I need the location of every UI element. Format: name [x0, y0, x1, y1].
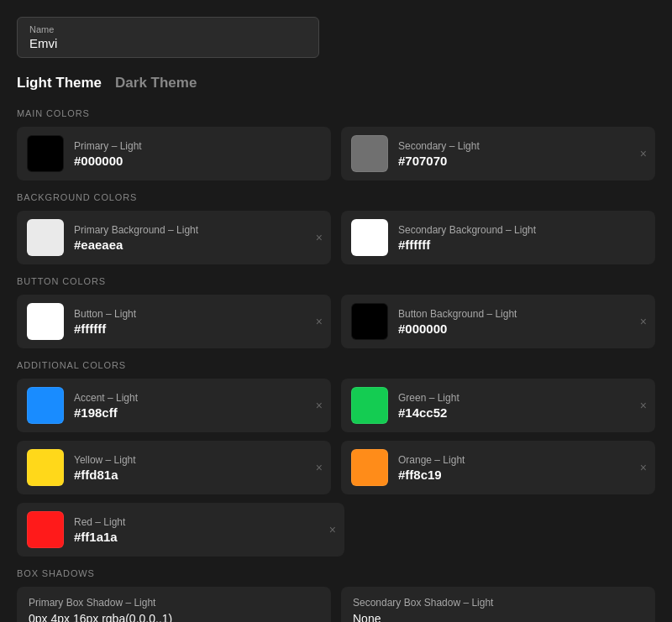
accent-light-hex: #198cff	[74, 405, 138, 420]
button-bg-name: Button Background – Light	[398, 308, 517, 320]
orange-light-swatch	[351, 449, 388, 486]
accent-light-close[interactable]: ×	[316, 400, 323, 411]
primary-light-swatch	[27, 135, 64, 172]
secondary-light-info: Secondary – Light #707070	[398, 140, 480, 168]
name-label: Name	[29, 24, 307, 34]
orange-light-hex: #ff8c19	[398, 468, 465, 482]
red-light-hex: #ff1a1a	[74, 530, 125, 544]
accent-light-swatch	[27, 387, 64, 424]
yellow-light-card: Yellow – Light #ffd81a ×	[17, 441, 331, 494]
accent-light-name: Accent – Light	[74, 392, 138, 404]
green-light-card: Green – Light #14cc52 ×	[341, 379, 655, 432]
yellow-light-hex: #ffd81a	[74, 468, 136, 482]
secondary-light-hex: #707070	[398, 154, 480, 168]
additional-colors-row-1: Accent – Light #198cff × Green – Light #…	[17, 379, 655, 432]
primary-bg-hex: #eaeaea	[74, 238, 198, 252]
primary-shadow-card: Primary Box Shadow – Light 0px 4px 16px …	[17, 587, 331, 622]
button-bg-swatch	[351, 303, 388, 340]
button-bg-close[interactable]: ×	[640, 316, 647, 327]
accent-light-card: Accent – Light #198cff ×	[17, 379, 331, 432]
button-colors-label: BUTTON COLORS	[17, 276, 655, 286]
primary-light-name: Primary – Light	[74, 140, 142, 152]
primary-bg-name: Primary Background – Light	[74, 224, 198, 236]
red-light-info: Red – Light #ff1a1a	[74, 516, 125, 544]
main-colors-row: Primary – Light #000000 Secondary – Ligh…	[17, 127, 655, 180]
name-section: Name Emvi	[17, 17, 655, 58]
secondary-shadow-name: Secondary Box Shadow – Light	[353, 597, 643, 609]
secondary-light-swatch	[351, 135, 388, 172]
green-light-hex: #14cc52	[398, 405, 459, 420]
button-light-name: Button – Light	[74, 308, 136, 320]
button-light-info: Button – Light #ffffff	[74, 308, 136, 336]
green-light-name: Green – Light	[398, 392, 459, 404]
orange-light-card: Orange – Light #ff8c19 ×	[341, 441, 655, 494]
yellow-light-name: Yellow – Light	[74, 454, 136, 466]
primary-shadow-name: Primary Box Shadow – Light	[29, 597, 319, 609]
red-light-name: Red – Light	[74, 516, 125, 528]
red-light-swatch	[27, 511, 64, 548]
secondary-light-name: Secondary – Light	[398, 140, 480, 152]
additional-colors-label: ADDITIONAL COLORS	[17, 360, 655, 370]
secondary-bg-card: Secondary Background – Light #ffffff	[341, 211, 655, 264]
yellow-light-info: Yellow – Light #ffd81a	[74, 454, 136, 482]
green-light-close[interactable]: ×	[640, 400, 647, 411]
red-light-card: Red – Light #ff1a1a ×	[17, 503, 344, 557]
name-field-box[interactable]: Name Emvi	[17, 17, 319, 58]
orange-light-name: Orange – Light	[398, 454, 465, 466]
additional-colors-row-3: Red – Light #ff1a1a ×	[17, 503, 655, 557]
secondary-bg-name: Secondary Background – Light	[398, 224, 536, 236]
tab-dark-theme[interactable]: Dark Theme	[115, 75, 197, 93]
green-light-info: Green – Light #14cc52	[398, 392, 459, 420]
background-colors-row: Primary Background – Light #eaeaea × Sec…	[17, 211, 655, 264]
box-shadows-row: Primary Box Shadow – Light 0px 4px 16px …	[17, 587, 655, 622]
orange-light-close[interactable]: ×	[640, 462, 647, 473]
secondary-bg-info: Secondary Background – Light #ffffff	[398, 224, 536, 252]
background-colors-label: BACKGROUND COLORS	[17, 192, 655, 202]
button-light-swatch	[27, 303, 64, 340]
primary-bg-card: Primary Background – Light #eaeaea ×	[17, 211, 331, 264]
yellow-light-swatch	[27, 449, 64, 486]
button-light-card: Button – Light #ffffff ×	[17, 295, 331, 348]
name-value: Emvi	[29, 36, 307, 50]
button-colors-row: Button – Light #ffffff × Button Backgrou…	[17, 295, 655, 348]
secondary-shadow-card: Secondary Box Shadow – Light None	[341, 587, 655, 622]
secondary-bg-swatch	[351, 219, 388, 256]
secondary-light-card: Secondary – Light #707070 ×	[341, 127, 655, 180]
button-light-close[interactable]: ×	[316, 316, 323, 327]
secondary-bg-hex: #ffffff	[398, 238, 536, 252]
additional-colors-row-2: Yellow – Light #ffd81a × Orange – Light …	[17, 441, 655, 494]
button-bg-info: Button Background – Light #000000	[398, 308, 517, 336]
green-light-swatch	[351, 387, 388, 424]
primary-bg-close[interactable]: ×	[316, 232, 323, 243]
button-bg-card: Button Background – Light #000000 ×	[341, 295, 655, 348]
secondary-light-close[interactable]: ×	[640, 148, 647, 159]
orange-light-info: Orange – Light #ff8c19	[398, 454, 465, 482]
accent-light-info: Accent – Light #198cff	[74, 392, 138, 420]
primary-bg-info: Primary Background – Light #eaeaea	[74, 224, 198, 252]
primary-light-card: Primary – Light #000000	[17, 127, 331, 180]
primary-light-info: Primary – Light #000000	[74, 140, 142, 168]
red-light-close[interactable]: ×	[329, 524, 336, 536]
secondary-shadow-value: None	[353, 612, 643, 622]
main-colors-label: MAIN COLORS	[17, 108, 655, 118]
theme-tabs: Light Theme Dark Theme	[17, 75, 655, 93]
tab-light-theme[interactable]: Light Theme	[17, 75, 102, 93]
button-bg-hex: #000000	[398, 321, 517, 336]
yellow-light-close[interactable]: ×	[316, 462, 323, 473]
button-light-hex: #ffffff	[74, 321, 136, 336]
primary-bg-swatch	[27, 219, 64, 256]
primary-shadow-value: 0px 4px 16px rgba(0,0,0,.1)	[29, 612, 319, 622]
primary-light-hex: #000000	[74, 154, 142, 168]
box-shadows-label: BOX SHADOWS	[17, 568, 655, 578]
